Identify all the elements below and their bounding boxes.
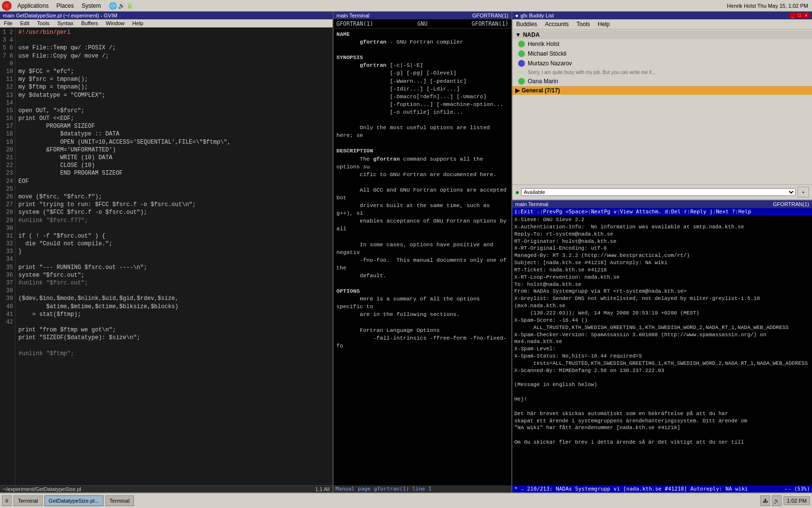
email-toolbar[interactable]: i:Exit -:PrevPg <Space>:NextPg v:View At…: [512, 208, 812, 215]
buddy-group-general[interactable]: ▶ General (7/17): [512, 86, 812, 95]
taskbar-network-icon[interactable]: 🖧: [760, 495, 770, 506]
buddy-item-oana[interactable]: Oana Marin: [512, 76, 812, 86]
buddy-away-murtazo: Sorry, I am quite busy with my job. But …: [518, 70, 655, 75]
buddy-maximize-btn[interactable]: □: [797, 13, 802, 18]
main-layout: main GetDatatypeSize.pl (~/.experiment) …: [0, 12, 812, 493]
right-section: ● gfx Buddy List _ □ × Buddies Accounts …: [512, 12, 812, 493]
taskbar-window-terminal1[interactable]: Terminal: [14, 495, 43, 506]
buddy-name-michael: Michael Stöckli: [528, 50, 566, 57]
group-arrow-general: ▶: [515, 87, 520, 94]
buddy-titlebar: ● gfx Buddy List _ □ ×: [512, 12, 812, 19]
taskbar-window-label-3: Terminal: [110, 498, 130, 504]
buddy-menubar: Buddies Accounts Tools Help: [512, 19, 812, 30]
email-content[interactable]: X-Sieve: GNU Sieve 2.2 X-Authentication-…: [512, 215, 812, 485]
buddy-item-murtazo[interactable]: Murtazo Nazarov Sorry, I am quite busy w…: [512, 59, 812, 76]
editor-menubar: File Edit Tools Syntax Buffers Window He…: [0, 19, 333, 28]
email-title-right: GFORTRAN(1): [773, 201, 809, 207]
taskbar-right-info: Henrik Holst Thu May 15, 1:02 PM: [727, 3, 812, 9]
menu-window[interactable]: Window: [102, 19, 129, 27]
manpage-header-left: GFORTRAN(1): [336, 20, 373, 27]
manpage-header-center: GNU: [418, 20, 428, 27]
editor-title: main GetDatatypeSize.pl (~/.experiment) …: [3, 13, 117, 18]
email-panel: main Terminal GFORTRAN(1) i:Exit -:PrevP…: [512, 200, 812, 493]
battery-icon: 🔋: [126, 2, 133, 9]
menu-edit[interactable]: Edit: [16, 19, 33, 27]
buddy-footer: ● Available Away Busy Invisible Offline …: [512, 184, 812, 199]
buddy-group-nada[interactable]: ▼ NADA: [512, 30, 812, 39]
buddy-menu-accounts[interactable]: Accounts: [541, 20, 572, 29]
taskbar-right: 🖧 🔊 1:02 PM: [760, 495, 810, 506]
taskbar-window-label-1: Terminal: [18, 498, 38, 504]
manpage-status-text: Manual page gfortran(1) line 1: [335, 486, 432, 492]
manpage-title-left: main Terminal: [336, 13, 369, 18]
buddy-minimize-btn[interactable]: _: [790, 13, 796, 18]
buddy-status-dot: ●: [515, 188, 519, 196]
taskbar-start-btn[interactable]: ≡: [2, 495, 12, 506]
group-arrow: ▼: [515, 31, 521, 38]
group-label-general: General (7/17): [522, 87, 560, 94]
email-statusbar: * - 210/213: NADAs Systemgrupp vi [nada.…: [512, 485, 812, 493]
manpage-titlebar: main Terminal GFORTRAN(1): [334, 12, 511, 19]
menu-applications[interactable]: Applications: [14, 1, 53, 10]
manpage-content: NAME gfortran - GNU Fortran compiler SYN…: [334, 29, 511, 485]
manpage-statusbar: Manual page gfortran(1) line 1: [334, 485, 511, 493]
email-toolbar-text: i:Exit -:PrevPg <Space>:NextPg v:View At…: [514, 209, 751, 215]
buddy-panel: ● gfx Buddy List _ □ × Buddies Accounts …: [512, 12, 812, 200]
line-numbers: 1 2 3 4 5 6 7 8 9 10 11 12 13 14 15 16 1…: [0, 28, 15, 485]
buddy-close-btn[interactable]: ×: [803, 13, 809, 18]
email-status-left: * - 210/213: NADAs Systemgrupp vi [nada.…: [514, 486, 748, 492]
editor-filepath: ~/experiment/GetDatatypeSize.pl: [3, 486, 81, 492]
buddy-status-henrik: [518, 41, 525, 47]
buddy-add-btn[interactable]: +: [798, 187, 809, 197]
taskbar-volume-icon[interactable]: 🔊: [772, 495, 782, 506]
buddy-name-henrik: Henrik Holst: [528, 41, 559, 47]
user-clock: Henrik Holst Thu May 15, 1:02 PM: [727, 3, 808, 9]
buddy-status-murtazo: [518, 60, 525, 67]
buddy-name-murtazo: Murtazo Nazarov: [528, 60, 572, 67]
editor-statusbar: ~/experiment/GetDatatypeSize.pl 1,1 All: [0, 485, 333, 493]
taskbar-window-label-2: GetDatatypeSize.pl...: [49, 498, 99, 504]
manpage-header-right2: GFORTRAN(1): [472, 20, 508, 27]
editor-panel: main GetDatatypeSize.pl (~/.experiment) …: [0, 12, 334, 493]
buddy-status-select[interactable]: Available Away Busy Invisible Offline: [521, 188, 796, 196]
email-titlebar: main Terminal GFORTRAN(1): [512, 200, 812, 208]
buddy-title: gfx Buddy List: [521, 13, 554, 18]
taskbar-top: Applications Places System 🌐 🔊 🔋 Henrik …: [0, 0, 812, 12]
buddy-menu-tools[interactable]: Tools: [573, 20, 594, 29]
menu-help[interactable]: Help: [129, 19, 147, 27]
app-icon: [2, 1, 12, 11]
menu-syntax[interactable]: Syntax: [53, 19, 77, 27]
editor-content[interactable]: 1 2 3 4 5 6 7 8 9 10 11 12 13 14 15 16 1…: [0, 28, 333, 485]
buddy-status-oana: [518, 78, 525, 85]
network-icon: 🌐: [109, 2, 117, 10]
taskbar-window-terminal2[interactable]: Terminal: [105, 495, 134, 506]
buddy-status-michael: [518, 50, 525, 57]
menu-places[interactable]: Places: [53, 1, 78, 10]
buddy-menu-buddies[interactable]: Buddies: [512, 20, 541, 29]
editor-position: 1,1 All: [315, 486, 330, 492]
manpage-title-right: GFORTRAN(1): [472, 13, 508, 18]
sound-icon: 🔊: [118, 2, 125, 9]
buddy-item-michael[interactable]: Michael Stöckli: [512, 49, 812, 59]
buddy-list-content: ▼ NADA Henrik Holst Michael Stöckli Murt…: [512, 30, 812, 184]
editor-titlebar: main GetDatatypeSize.pl (~/.experiment) …: [0, 12, 333, 19]
buddy-menu-help[interactable]: Help: [594, 20, 614, 29]
menu-file[interactable]: File: [0, 19, 16, 27]
buddy-icon: ●: [515, 13, 519, 18]
menu-buffers[interactable]: Buffers: [77, 19, 102, 27]
taskbar-bottom: ≡ Terminal GetDatatypeSize.pl... Termina…: [0, 493, 812, 508]
menu-system[interactable]: System: [78, 1, 105, 10]
email-title-left: main Terminal: [515, 201, 548, 207]
manpage-panel: main Terminal GFORTRAN(1) GFORTRAN(1) GN…: [334, 12, 512, 493]
taskbar-clock: 1:02 PM: [783, 496, 810, 505]
taskbar-window-editor[interactable]: GetDatatypeSize.pl...: [44, 495, 103, 506]
group-label-nada: NADA: [523, 31, 540, 38]
top-menu: Applications Places System: [14, 1, 105, 10]
email-status-right: -- (53%): [784, 486, 810, 492]
code-area[interactable]: #!/usr/bin/perl use File::Temp qw/ :POSI…: [15, 28, 333, 485]
menu-tools[interactable]: Tools: [33, 19, 54, 27]
buddy-item-henrik[interactable]: Henrik Holst: [512, 39, 812, 49]
buddy-name-oana: Oana Marin: [528, 78, 558, 85]
